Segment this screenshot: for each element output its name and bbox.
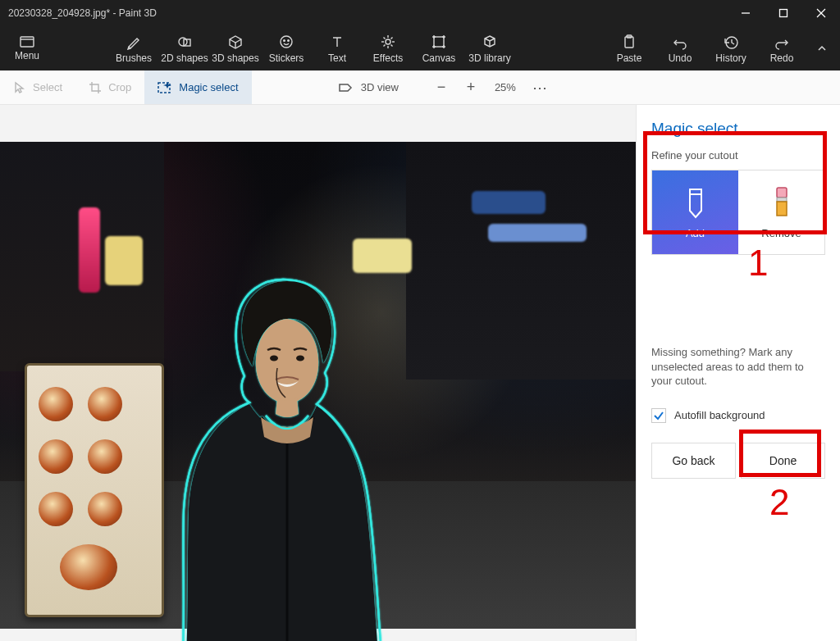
select-tool[interactable]: Select — [0, 70, 75, 104]
svg-line-18 — [391, 37, 393, 39]
eraser-icon — [769, 186, 794, 219]
ribbon: Menu Brushes 2D shapes 3D shapes Sticker… — [0, 26, 840, 70]
magic-select-subject[interactable] — [164, 273, 402, 641]
ribbon-label: 3D library — [468, 52, 510, 64]
svg-rect-4 — [21, 37, 34, 47]
brush-icon — [126, 34, 142, 50]
svg-point-11 — [386, 39, 390, 44]
menu-button[interactable]: Menu — [3, 26, 51, 70]
remove-label: Remove — [761, 227, 801, 239]
svg-point-33 — [270, 356, 278, 361]
ribbon-label: Effects — [373, 52, 403, 64]
autofill-row[interactable]: Autofill background — [651, 403, 825, 443]
svg-rect-38 — [777, 202, 787, 216]
undo-icon — [672, 34, 688, 50]
svg-point-8 — [281, 36, 292, 48]
svg-rect-36 — [777, 188, 787, 198]
secondary-toolbar: Select Crop Magic select 3D view − + 25%… — [0, 70, 840, 105]
hint-text: Missing something? Mark any unselected a… — [651, 345, 825, 389]
canvas-image[interactable]: B1 — [0, 142, 636, 629]
svg-rect-1 — [780, 10, 788, 17]
svg-line-17 — [391, 44, 393, 46]
ribbon-label: Text — [328, 52, 346, 64]
effects-icon — [380, 34, 396, 50]
ribbon-3d-shapes[interactable]: 3D shapes — [210, 26, 261, 70]
title-bar: 20230328_204928.jpg* - Paint 3D — [0, 0, 840, 26]
cursor-icon — [13, 81, 26, 94]
autofill-checkbox[interactable] — [651, 408, 666, 423]
minimize-button[interactable] — [727, 0, 765, 26]
ribbon-stickers[interactable]: Stickers — [261, 26, 312, 70]
zoom-value[interactable]: 25% — [489, 81, 522, 93]
svg-point-10 — [288, 39, 290, 41]
more-button[interactable]: ⋯ — [528, 75, 553, 100]
ribbon-label: 2D shapes — [161, 52, 208, 64]
menu-icon — [20, 36, 34, 48]
view3d-icon — [338, 82, 353, 93]
ribbon-label: Stickers — [269, 52, 304, 64]
view3d-label: 3D view — [361, 81, 399, 93]
svg-point-9 — [284, 39, 285, 41]
ribbon-effects[interactable]: Effects — [363, 26, 413, 70]
autofill-label: Autofill background — [674, 409, 765, 421]
crop-tool[interactable]: Crop — [75, 70, 144, 104]
zoom-controls: − + 25% ⋯ — [422, 75, 561, 100]
svg-line-19 — [384, 44, 386, 46]
main-area: B1 — [0, 105, 840, 641]
remove-tool[interactable]: Remove — [738, 170, 824, 254]
shapes3d-icon — [227, 34, 244, 50]
ribbon-label: Canvas — [422, 52, 456, 64]
window-controls — [727, 0, 840, 26]
window-title: 20230328_204928.jpg* - Paint 3D — [8, 7, 157, 19]
redo-icon — [774, 34, 790, 50]
close-button[interactable] — [802, 0, 840, 26]
select-label: Select — [33, 81, 62, 93]
check-icon — [653, 410, 664, 421]
panel-title: Magic select — [651, 120, 825, 138]
magic-select-icon — [158, 81, 172, 94]
zoom-out-button[interactable]: − — [430, 76, 453, 99]
magic-select-tool[interactable]: Magic select — [144, 70, 251, 104]
canvas-area[interactable]: B1 — [0, 105, 636, 641]
zoom-in-button[interactable]: + — [459, 76, 482, 99]
paste-icon — [621, 34, 637, 50]
ribbon-label: History — [715, 52, 746, 64]
done-button[interactable]: Done — [741, 443, 825, 479]
menu-board — [25, 363, 164, 617]
crop-label: Crop — [108, 81, 131, 93]
refine-tools: Add Remove — [651, 170, 825, 255]
ribbon-redo[interactable]: Redo — [756, 26, 807, 70]
ribbon-label: Brushes — [116, 52, 152, 64]
ribbon-paste[interactable]: Paste — [604, 26, 655, 70]
ribbon-undo[interactable]: Undo — [655, 26, 705, 70]
menu-label: Menu — [15, 50, 39, 61]
history-icon — [723, 34, 739, 50]
view-3d-button[interactable]: 3D view — [326, 70, 410, 104]
ribbon-canvas[interactable]: Canvas — [413, 26, 464, 70]
maximize-button[interactable] — [765, 0, 802, 26]
crop-icon — [89, 81, 102, 94]
panel-buttons: Go back Done — [651, 443, 825, 479]
ribbon-label: Undo — [669, 52, 692, 64]
ribbon-text[interactable]: Text — [312, 26, 363, 70]
ribbon-2d-shapes[interactable]: 2D shapes — [159, 26, 210, 70]
library-icon — [482, 34, 498, 50]
magic-select-panel: Magic select Refine your cutout Add Remo… — [636, 105, 840, 641]
refine-label: Refine your cutout — [651, 149, 825, 161]
stickers-icon — [278, 34, 294, 50]
text-icon — [329, 34, 345, 50]
shapes2d-icon — [176, 34, 193, 50]
add-tool[interactable]: Add — [652, 170, 738, 254]
ribbon-3d-library[interactable]: 3D library — [464, 26, 515, 70]
ribbon-label: Redo — [770, 52, 794, 64]
svg-rect-20 — [434, 37, 444, 47]
ribbon-history[interactable]: History — [705, 26, 756, 70]
magic-select-label: Magic select — [179, 81, 238, 93]
go-back-button[interactable]: Go back — [651, 443, 736, 479]
chevron-up-icon — [816, 43, 828, 54]
ribbon-collapse[interactable] — [807, 26, 837, 70]
add-label: Add — [686, 227, 705, 239]
ribbon-brushes[interactable]: Brushes — [108, 26, 159, 70]
canvas-icon — [431, 34, 447, 50]
ribbon-label: Paste — [617, 52, 642, 64]
